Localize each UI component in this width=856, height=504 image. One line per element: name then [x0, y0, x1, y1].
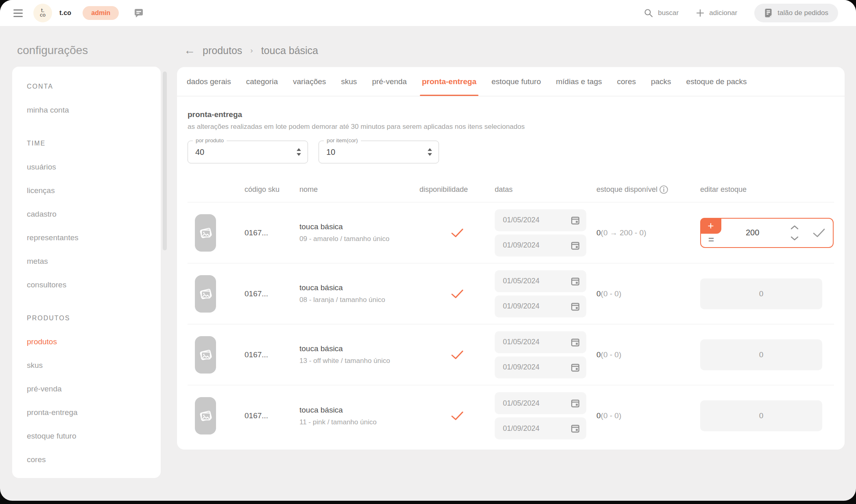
sidebar-scrollbar[interactable]: [163, 72, 167, 250]
admin-badge[interactable]: admin: [83, 6, 119, 20]
row-sku: 0167...: [245, 350, 299, 359]
search-action[interactable]: buscar: [644, 8, 679, 18]
calendar-icon[interactable]: [570, 302, 580, 311]
col-sku: código sku: [245, 185, 299, 194]
tab-packs[interactable]: packs: [651, 67, 671, 96]
date-end-input[interactable]: 01/09/2024: [495, 295, 586, 317]
col-availability: disponibilidade: [419, 185, 495, 194]
tab-cores[interactable]: cores: [617, 67, 636, 96]
per-item-color-field[interactable]: por item(cor) 10: [319, 141, 439, 163]
sidebar-item-consultores[interactable]: consultores: [27, 273, 161, 297]
sidebar-item-representantes[interactable]: representantes: [27, 226, 161, 250]
sidebar-item-pre-venda[interactable]: pré-venda: [27, 377, 161, 401]
calendar-icon[interactable]: [570, 424, 580, 433]
set-mode-button[interactable]: =: [701, 233, 721, 246]
tab-midias-e-tags[interactable]: mídias e tags: [556, 67, 602, 96]
logo-line2: co: [40, 13, 46, 17]
date-start-input[interactable]: 01/05/2024: [495, 209, 586, 231]
photo-placeholder-icon: [198, 347, 213, 363]
tab-categoria[interactable]: categoria: [246, 67, 278, 96]
row-sku: 0167...: [245, 411, 299, 420]
calendar-icon[interactable]: [570, 276, 580, 286]
order-pad-button[interactable]: talão de pedidos: [754, 4, 838, 22]
calendar-icon[interactable]: [570, 241, 580, 250]
calendar-icon[interactable]: [570, 363, 580, 372]
row-product-name: touca básica: [299, 406, 419, 415]
table-header: código sku nome disponibilidade datas es…: [188, 177, 834, 202]
per-product-value[interactable]: 40: [195, 148, 204, 157]
table-row: 0167... touca básica 08 - laranja / tama…: [188, 263, 834, 324]
sidebar-item-usuarios[interactable]: usuários: [27, 155, 161, 179]
sidebar-item-cores[interactable]: cores: [27, 448, 161, 471]
row-product-name: touca básica: [299, 283, 419, 292]
sidebar-item-skus[interactable]: skus: [27, 354, 161, 377]
sidebar-section-produtos: PRODUTOS: [27, 306, 161, 330]
stock-current: 0: [596, 350, 601, 359]
tab-estoque-futuro[interactable]: estoque futuro: [491, 67, 541, 96]
product-thumbnail[interactable]: [195, 336, 216, 374]
spinner-icon[interactable]: [297, 148, 301, 156]
add-action[interactable]: adicionar: [696, 9, 737, 17]
edit-stock-input[interactable]: 0: [700, 278, 822, 309]
tab-pronta-entrega[interactable]: pronta-entrega: [422, 67, 476, 96]
confirm-check-icon[interactable]: [812, 228, 825, 238]
sidebar-section-time: TIME: [27, 132, 161, 155]
stepper-icons[interactable]: [790, 225, 799, 241]
stock-current: 0: [596, 411, 601, 420]
product-tabs: dados gerais categoria variações skus pr…: [177, 67, 845, 96]
tab-estoque-de-packs[interactable]: estoque de packs: [686, 67, 747, 96]
tab-variacoes[interactable]: variações: [293, 67, 326, 96]
date-end-input[interactable]: 01/09/2024: [495, 417, 586, 439]
date-start-input[interactable]: 01/05/2024: [495, 392, 586, 414]
stock-detail: (0 - 0): [601, 350, 622, 359]
tab-skus[interactable]: skus: [341, 67, 357, 96]
edit-stock-input[interactable]: 0: [700, 400, 822, 431]
breadcrumb-parent[interactable]: produtos: [203, 45, 242, 56]
date-end-value: 01/09/2024: [503, 241, 539, 250]
sidebar-item-produtos[interactable]: produtos: [27, 330, 161, 354]
tab-pre-venda[interactable]: pré-venda: [372, 67, 407, 96]
date-end-input[interactable]: 01/09/2024: [495, 356, 586, 378]
breadcrumb-separator-icon: ›: [250, 46, 253, 55]
product-thumbnail[interactable]: [195, 214, 216, 252]
per-product-field[interactable]: por produto 40: [188, 141, 308, 163]
sidebar-item-tamanhos[interactable]: tamanhos: [27, 471, 161, 478]
photo-placeholder-icon: [198, 408, 213, 424]
sidebar-item-metas[interactable]: metas: [27, 250, 161, 273]
info-icon[interactable]: [659, 185, 668, 194]
sidebar-item-cadastro[interactable]: cadastro: [27, 202, 161, 226]
per-item-color-value[interactable]: 10: [326, 148, 335, 157]
stock-detail: (0 → 200 - 0): [601, 228, 646, 237]
stock-current: 0: [596, 228, 601, 237]
availability-check-icon: [451, 411, 464, 421]
spinner-icon[interactable]: [428, 148, 432, 156]
date-end-input[interactable]: 01/09/2024: [495, 235, 586, 256]
calendar-icon[interactable]: [570, 215, 580, 225]
brand-logo: t. co: [33, 4, 52, 22]
edit-stock-input[interactable]: 200: [746, 228, 759, 237]
edit-stock-control[interactable]: + = 200: [700, 218, 834, 248]
col-name: nome: [299, 185, 419, 194]
sidebar-item-minha-conta[interactable]: minha conta: [27, 98, 161, 122]
date-start-input[interactable]: 01/05/2024: [495, 331, 586, 353]
section-description: as alterações realizadas em lote podem d…: [188, 123, 834, 131]
calendar-icon[interactable]: [570, 337, 580, 347]
chat-icon[interactable]: [133, 8, 144, 18]
per-item-color-label: por item(cor): [324, 137, 361, 143]
sidebar-item-estoque-futuro[interactable]: estoque futuro: [27, 424, 161, 448]
date-end-value: 01/09/2024: [503, 302, 539, 311]
product-thumbnail[interactable]: [195, 397, 216, 434]
sidebar-item-pronta-entrega[interactable]: pronta-entrega: [27, 401, 161, 424]
calendar-icon[interactable]: [570, 398, 580, 408]
stock-detail: (0 - 0): [601, 411, 622, 420]
date-start-input[interactable]: 01/05/2024: [495, 270, 586, 292]
edit-stock-input[interactable]: 0: [700, 339, 822, 370]
row-product-name: touca básica: [299, 222, 419, 231]
sidebar-item-licencas[interactable]: licenças: [27, 179, 161, 202]
menu-icon[interactable]: [13, 9, 23, 17]
add-mode-button[interactable]: +: [700, 218, 721, 234]
tab-dados-gerais[interactable]: dados gerais: [187, 67, 231, 96]
back-arrow-icon[interactable]: ←: [184, 44, 195, 57]
product-thumbnail[interactable]: [195, 275, 216, 313]
breadcrumb-current: touca básica: [261, 45, 318, 56]
